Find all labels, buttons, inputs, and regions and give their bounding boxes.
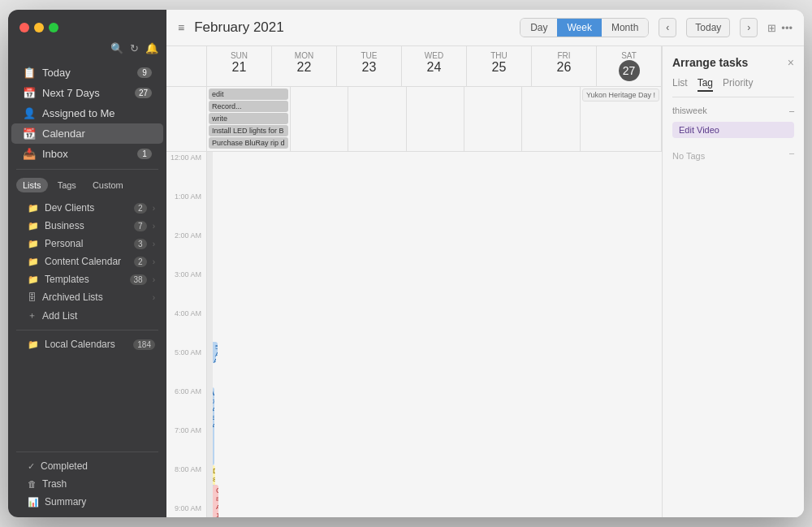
day-header-fri: Fri 26 — [532, 46, 597, 86]
sidebar-item-assigned[interactable]: 👤 Assigned to Me — [11, 103, 163, 123]
calendar-title: February 2021 — [194, 19, 284, 36]
allday-row: edit Record... write Install LED lights … — [166, 87, 662, 152]
sidebar-label-calendar: Calendar — [42, 127, 152, 140]
panel-tab-tag[interactable]: Tag — [698, 77, 713, 92]
sidebar-label-today: Today — [42, 67, 131, 79]
header-actions: ⊞ ••• — [767, 22, 793, 34]
tab-lists[interactable]: Lists — [16, 178, 48, 192]
search-icon[interactable]: 🔍 — [110, 42, 123, 54]
panel-no-tags-action[interactable]: – — [789, 148, 794, 158]
sidebar-item-dev-clients[interactable]: 📁 Dev Clients 2 › — [11, 199, 163, 217]
next7-icon: 📅 — [23, 87, 36, 99]
sidebar-item-inbox[interactable]: 📥 Inbox 1 — [11, 144, 163, 164]
panel-filter-row: thisweek – — [672, 106, 794, 115]
list-label-add: Add List — [42, 310, 155, 322]
day-headers: Sun 21 Mon 22 Tue 23 Wed 24 — [166, 46, 662, 87]
panel-tag-edit-video[interactable]: Edit Video — [672, 122, 794, 138]
sidebar-item-next7[interactable]: 📅 Next 7 Days 27 — [11, 83, 163, 103]
day-header-mon: Mon 22 — [272, 46, 337, 86]
summary-label: Summary — [45, 496, 155, 508]
sidebar-item-completed[interactable]: ✓ Completed — [11, 457, 163, 475]
sidebar-item-local-calendars[interactable]: 📁 Local Calendars 184 — [11, 335, 163, 353]
bell-icon[interactable]: 🔔 — [145, 42, 158, 54]
panel-tab-list[interactable]: List — [672, 77, 688, 92]
tab-custom[interactable]: Custom — [86, 178, 130, 192]
view-day-button[interactable]: Day — [520, 19, 557, 37]
allday-event-yukon[interactable]: Yukon Heritage Day ! — [582, 89, 659, 102]
divider-3 — [16, 451, 158, 452]
refresh-icon[interactable]: ↻ — [130, 42, 139, 54]
folder-icon-3: 📁 — [28, 239, 39, 249]
time-gutter-col: 12:00 AM 1:00 AM 2:00 AM 3:00 AM 4:00 AM… — [166, 152, 207, 517]
day-header-sat: Sat 27 — [597, 46, 662, 86]
sidebar-item-content-calendar[interactable]: 📁 Content Calendar 2 › — [11, 253, 163, 270]
allday-event-bluray[interactable]: Purchase BluRay rip d — [209, 137, 288, 149]
day-header-sun: Sun 21 — [207, 46, 272, 86]
sidebar: 🔍 ↻ 🔔 📋 Today 9 📅 Next 7 Days 27 👤 Assig… — [8, 10, 166, 517]
minimize-button[interactable] — [34, 23, 44, 32]
trash-label: Trash — [42, 478, 155, 490]
time-label-9am: 9:00 AM — [166, 503, 206, 517]
archive-icon: 🗄 — [28, 292, 37, 302]
panel-tab-priority[interactable]: Priority — [723, 77, 753, 92]
view-switcher: Day Week Month — [520, 18, 649, 37]
prev-arrow[interactable]: ‹ — [659, 18, 676, 37]
sidebar-item-archived[interactable]: 🗄 Archived Lists › — [11, 288, 163, 306]
local-cal-badge: 184 — [133, 339, 155, 350]
day-header-wed: Wed 24 — [402, 46, 467, 86]
event-fri-thom[interactable]: 5:15 AM Thom — [213, 342, 218, 356]
view-week-button[interactable]: Week — [557, 19, 601, 37]
sidebar-item-add-list[interactable]: ＋ Add List — [11, 306, 163, 325]
list-badge-business: 7 — [134, 221, 147, 231]
sidebar-item-business[interactable]: 📁 Business 7 › — [11, 217, 163, 235]
maximize-button[interactable] — [49, 23, 58, 32]
folder-icon: 📁 — [28, 203, 39, 214]
allday-fri — [522, 87, 580, 151]
panel-close-button[interactable]: × — [788, 56, 794, 69]
panel-header: Arrange tasks × — [672, 56, 794, 69]
tab-tags[interactable]: Tags — [51, 178, 83, 192]
panel-filter-action[interactable]: – — [789, 106, 794, 115]
folder-icon-2: 📁 — [28, 221, 39, 231]
panel-filter-label: thisweek — [672, 106, 707, 115]
next7-badge: 27 — [135, 88, 152, 98]
allday-wed — [407, 87, 464, 151]
time-label-12am: 12:00 AM — [166, 152, 206, 191]
close-button[interactable] — [19, 23, 29, 32]
filter-icon[interactable]: ⊞ — [767, 22, 776, 34]
list-label-archived: Archived Lists — [42, 292, 147, 303]
next-arrow[interactable]: › — [740, 18, 758, 37]
today-button[interactable]: Today — [686, 18, 730, 37]
allday-tue — [348, 87, 406, 151]
list-badge-personal: 3 — [134, 239, 147, 249]
allday-event-led[interactable]: Install LED lights for B — [209, 125, 288, 136]
expand-icon-3: › — [153, 240, 155, 248]
sidebar-item-trash[interactable]: 🗑 Trash — [11, 475, 163, 493]
app-window: 🔍 ↻ 🔔 📋 Today 9 📅 Next 7 Days 27 👤 Assig… — [8, 10, 804, 517]
sidebar-item-summary[interactable]: 📊 Summary — [11, 493, 163, 511]
folder-icon-4: 📁 — [28, 257, 39, 267]
panel-no-tags: No Tags — [672, 151, 705, 161]
allday-mon — [291, 87, 348, 151]
assigned-icon: 👤 — [23, 107, 36, 119]
allday-event-record[interactable]: Record... — [209, 101, 288, 112]
list-label-content: Content Calendar — [45, 256, 128, 267]
today-icon: 📋 — [23, 67, 36, 79]
sidebar-item-templates[interactable]: 📁 Templates 38 › — [11, 270, 163, 288]
sidebar-tabs: Lists Tags Custom — [8, 175, 166, 196]
folder-icon-5: 📁 — [28, 274, 39, 285]
grid-inner: 12:00 AM 1:00 AM 2:00 AM 3:00 AM 4:00 AM… — [166, 152, 207, 517]
allday-event-edit[interactable]: edit — [209, 89, 288, 100]
sidebar-item-today[interactable]: 📋 Today 9 — [11, 63, 163, 83]
sidebar-item-calendar[interactable]: 📆 Calendar — [11, 123, 163, 144]
list-badge-templates: 38 — [130, 274, 147, 285]
panel-no-tags-row: No Tags – — [672, 148, 794, 162]
allday-event-write[interactable]: write — [209, 113, 288, 124]
more-icon[interactable]: ••• — [781, 22, 793, 34]
right-panel: Arrange tasks × List Tag Priority thiswe… — [662, 46, 804, 517]
sidebar-item-personal[interactable]: 📁 Personal 3 › — [11, 235, 163, 253]
list-label-templates: Templates — [45, 274, 124, 285]
view-month-button[interactable]: Month — [602, 19, 648, 37]
menu-icon[interactable]: ≡ — [178, 21, 184, 34]
event-sat-client[interactable]: Client8:45 AM-11:30 AM — [214, 485, 218, 517]
